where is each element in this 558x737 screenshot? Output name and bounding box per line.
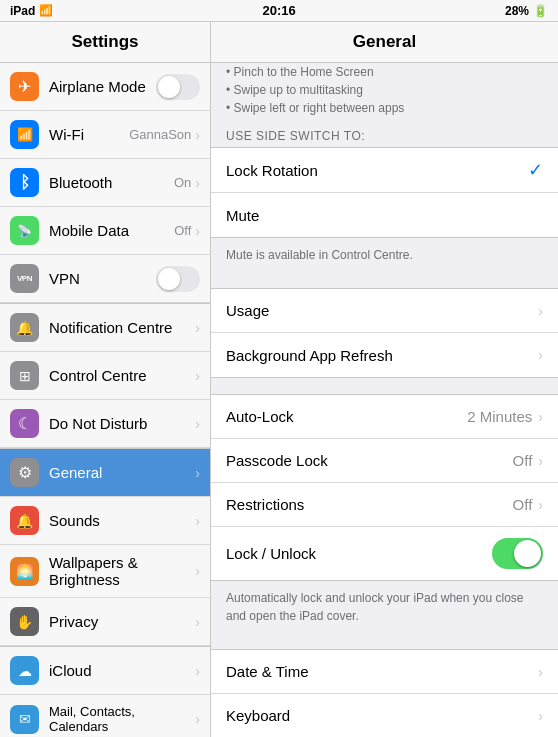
restrictions-chevron: › <box>538 497 543 513</box>
sidebar-item-control-centre[interactable]: ⊞ Control Centre › <box>0 352 210 400</box>
privacy-icon: ✋ <box>10 607 39 636</box>
security-group: Auto-Lock 2 Minutes › Passcode Lock Off … <box>211 394 558 581</box>
vpn-toggle[interactable] <box>156 266 200 292</box>
background-app-refresh-chevron: › <box>538 347 543 363</box>
mobile-data-icon: 📡 <box>10 216 39 245</box>
passcode-lock-value: Off <box>513 452 533 469</box>
keyboard-label: Keyboard <box>226 707 538 724</box>
right-panel: General • Pinch to the Home Screen• Swip… <box>211 22 558 737</box>
usage-chevron: › <box>538 303 543 319</box>
info-group: Date & Time › Keyboard › International › <box>211 649 558 737</box>
general-chevron: › <box>195 465 200 481</box>
lock-rotation-row[interactable]: Lock Rotation ✓ <box>211 148 558 193</box>
usage-group: Usage › Background App Refresh › <box>211 288 558 378</box>
vpn-sidebar-label: VPN <box>49 270 156 287</box>
sidebar-item-mail[interactable]: ✉ Mail, Contacts, Calendars › <box>0 695 210 737</box>
passcode-lock-row[interactable]: Passcode Lock Off › <box>211 439 558 483</box>
separator-1 <box>211 272 558 288</box>
control-centre-label: Control Centre <box>49 367 195 384</box>
lock-unlock-label: Lock / Unlock <box>226 545 492 562</box>
sidebar-item-icloud[interactable]: ☁ iCloud › <box>0 647 210 695</box>
sidebar-item-general[interactable]: ⚙ General › <box>0 449 210 497</box>
restrictions-row[interactable]: Restrictions Off › <box>211 483 558 527</box>
sounds-icon: 🔔 <box>10 506 39 535</box>
restrictions-label: Restrictions <box>226 496 513 513</box>
lock-unlock-toggle[interactable] <box>492 538 543 569</box>
wallpapers-icon: 🌅 <box>10 557 39 586</box>
side-switch-label: USE SIDE SWITCH TO: <box>211 123 558 147</box>
usage-label: Usage <box>226 302 538 319</box>
sidebar-item-mobile-data[interactable]: 📡 Mobile Data Off › <box>0 207 210 255</box>
privacy-chevron: › <box>195 614 200 630</box>
passcode-lock-chevron: › <box>538 453 543 469</box>
separator-3 <box>211 633 558 649</box>
status-time: 20:16 <box>263 3 296 18</box>
wallpapers-label: Wallpapers & Brightness <box>49 554 195 588</box>
icloud-icon: ☁ <box>10 656 39 685</box>
date-time-row[interactable]: Date & Time › <box>211 650 558 694</box>
sidebar-header: Settings <box>0 22 210 63</box>
keyboard-chevron: › <box>538 708 543 724</box>
mail-label: Mail, Contacts, Calendars <box>49 704 195 734</box>
sidebar-item-sounds[interactable]: 🔔 Sounds › <box>0 497 210 545</box>
main-layout: Settings ✈ Airplane Mode 📶 Wi-Fi GannaSo… <box>0 22 558 737</box>
bluetooth-label: Bluetooth <box>49 174 174 191</box>
sounds-chevron: › <box>195 513 200 529</box>
notification-centre-chevron: › <box>195 320 200 336</box>
battery-label: 28% <box>505 4 529 18</box>
background-app-refresh-label: Background App Refresh <box>226 347 538 364</box>
auto-lock-value: 2 Minutes <box>467 408 532 425</box>
do-not-disturb-chevron: › <box>195 416 200 432</box>
control-centre-chevron: › <box>195 368 200 384</box>
mail-icon: ✉ <box>10 705 39 734</box>
passcode-lock-label: Passcode Lock <box>226 452 513 469</box>
sidebar-item-wallpapers[interactable]: 🌅 Wallpapers & Brightness › <box>0 545 210 598</box>
airplane-mode-icon: ✈ <box>10 72 39 101</box>
date-time-label: Date & Time <box>226 663 538 680</box>
icloud-chevron: › <box>195 663 200 679</box>
wifi-chevron: › <box>195 127 200 143</box>
sounds-label: Sounds <box>49 512 195 529</box>
lock-unlock-row[interactable]: Lock / Unlock <box>211 527 558 580</box>
sidebar-item-wifi[interactable]: 📶 Wi-Fi GannaSon › <box>0 111 210 159</box>
mobile-data-label: Mobile Data <box>49 222 174 239</box>
battery-icon: 🔋 <box>533 4 548 18</box>
sidebar-item-bluetooth[interactable]: ᛒ Bluetooth On › <box>0 159 210 207</box>
do-not-disturb-icon: ☾ <box>10 409 39 438</box>
sidebar-item-vpn[interactable]: VPN VPN <box>0 255 210 303</box>
sidebar-item-notification-centre[interactable]: 🔔 Notification Centre › <box>0 304 210 352</box>
usage-row[interactable]: Usage › <box>211 289 558 333</box>
mobile-data-value: Off <box>174 223 191 238</box>
mute-row[interactable]: Mute <box>211 193 558 237</box>
right-panel-title: General <box>353 32 416 52</box>
wifi-icon: 📶 <box>10 120 39 149</box>
bluetooth-chevron: › <box>195 175 200 191</box>
auto-lock-row[interactable]: Auto-Lock 2 Minutes › <box>211 395 558 439</box>
auto-lock-chevron: › <box>538 409 543 425</box>
right-panel-header: General <box>211 22 558 63</box>
mobile-data-chevron: › <box>195 223 200 239</box>
bluetooth-icon: ᛒ <box>10 168 39 197</box>
mute-note: Mute is available in Control Centre. <box>211 238 558 272</box>
airplane-mode-label: Airplane Mode <box>49 78 156 95</box>
do-not-disturb-label: Do Not Disturb <box>49 415 195 432</box>
sidebar-item-do-not-disturb[interactable]: ☾ Do Not Disturb › <box>0 400 210 448</box>
general-label: General <box>49 464 195 481</box>
wifi-value: GannaSon <box>129 127 191 142</box>
top-note: • Pinch to the Home Screen• Swipe up to … <box>211 63 558 123</box>
lock-unlock-note: Automatically lock and unlock your iPad … <box>211 581 558 633</box>
background-app-refresh-row[interactable]: Background App Refresh › <box>211 333 558 377</box>
mute-label: Mute <box>226 207 543 224</box>
status-bar: iPad 📶 20:16 28% 🔋 <box>0 0 558 22</box>
control-centre-icon: ⊞ <box>10 361 39 390</box>
lock-rotation-label: Lock Rotation <box>226 162 528 179</box>
notification-centre-icon: 🔔 <box>10 313 39 342</box>
restrictions-value: Off <box>513 496 533 513</box>
mail-chevron: › <box>195 711 200 727</box>
sidebar-item-privacy[interactable]: ✋ Privacy › <box>0 598 210 646</box>
wifi-label: Wi-Fi <box>49 126 129 143</box>
notification-centre-label: Notification Centre <box>49 319 195 336</box>
keyboard-row[interactable]: Keyboard › <box>211 694 558 737</box>
airplane-mode-toggle[interactable] <box>156 74 200 100</box>
sidebar-item-airplane-mode[interactable]: ✈ Airplane Mode <box>0 63 210 111</box>
